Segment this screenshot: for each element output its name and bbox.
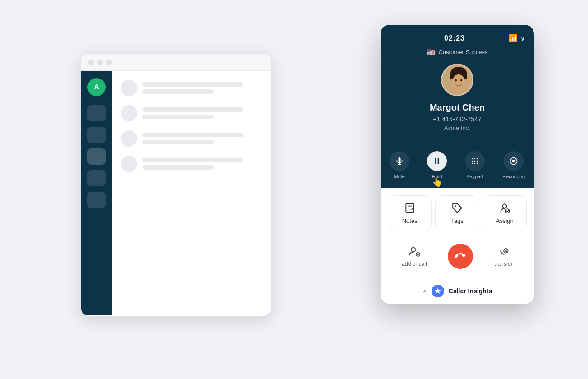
microphone-icon	[395, 157, 404, 166]
minimize-button[interactable]: ∨	[520, 35, 525, 42]
svg-point-13	[476, 158, 478, 160]
mute-label: Mute	[394, 174, 404, 179]
window-dot-yellow	[97, 60, 103, 65]
content-avatar-4	[121, 156, 137, 172]
content-line-2a	[142, 107, 243, 112]
content-line-4b	[142, 165, 214, 170]
svg-point-12	[474, 158, 475, 160]
timer-row: 02:23 📶 ∨	[390, 34, 525, 42]
caller-insights-label: Caller Insights	[449, 287, 492, 295]
content-row-2	[121, 105, 262, 121]
expand-icon: ∧	[423, 287, 427, 295]
recording-button[interactable]: Recording	[502, 151, 525, 179]
app-sidebar: A	[81, 71, 112, 315]
svg-point-21	[512, 160, 515, 163]
hold-icon-circle	[427, 151, 447, 171]
content-row-4	[121, 156, 262, 172]
recording-icon	[509, 157, 518, 166]
svg-point-11	[472, 158, 473, 160]
add-or-call-label: add or call	[402, 261, 427, 267]
app-content	[112, 71, 271, 315]
action-cards-row: Notes Tags Assign	[381, 188, 534, 238]
svg-point-16	[476, 161, 478, 162]
hangup-icon	[455, 250, 466, 262]
content-row-3	[121, 130, 262, 147]
sidebar-item-1[interactable]	[87, 105, 106, 121]
cursor-pointer-icon: 👆	[432, 176, 443, 187]
bottom-controls: add or call transfer	[381, 238, 534, 278]
keypad-button[interactable]: Keypad	[465, 151, 485, 179]
team-label: 🇺🇸 Customer Success	[390, 48, 525, 56]
transfer-icon	[497, 245, 510, 258]
mute-button[interactable]: Mute	[390, 151, 409, 179]
caller-insights-icon	[432, 285, 444, 297]
svg-point-15	[474, 161, 475, 162]
content-avatar-1	[121, 80, 137, 96]
caller-phone: +1 415-732-7547	[390, 116, 525, 123]
content-line-3a	[142, 133, 243, 137]
call-widget: 02:23 📶 ∨ 🇺🇸 Customer Success	[381, 25, 534, 304]
add-or-call-button[interactable]: add or call	[402, 245, 427, 267]
svg-rect-10	[438, 158, 439, 164]
svg-point-17	[472, 163, 473, 164]
content-line-1b	[142, 89, 214, 94]
call-header: 02:23 📶 ∨ 🇺🇸 Customer Success	[381, 25, 534, 144]
sidebar-item-2[interactable]	[87, 127, 106, 143]
transfer-label: transfer	[494, 261, 513, 267]
insights-star-icon	[434, 287, 441, 295]
caller-insights-bar[interactable]: ∧ Caller Insights	[381, 278, 534, 304]
transfer-button[interactable]: transfer	[494, 245, 513, 267]
svg-point-4	[455, 79, 457, 82]
svg-point-3	[452, 74, 465, 90]
svg-point-28	[411, 248, 415, 252]
team-name: Customer Success	[438, 49, 487, 55]
sidebar-item-5[interactable]	[87, 192, 106, 208]
sidebar-item-4[interactable]	[87, 170, 106, 186]
content-lines-1	[142, 82, 262, 94]
sidebar-item-3-active[interactable]	[87, 148, 106, 165]
hangup-button[interactable]	[448, 244, 473, 269]
svg-rect-9	[435, 158, 436, 164]
keypad-icon	[470, 157, 479, 166]
svg-rect-6	[398, 157, 400, 162]
window-titlebar	[81, 54, 271, 71]
add-or-call-icon	[408, 245, 421, 258]
content-row-1	[121, 80, 262, 96]
svg-point-19	[476, 163, 478, 164]
notes-icon	[404, 202, 416, 214]
window-dot-red	[88, 60, 94, 65]
tags-card[interactable]: Tags	[435, 195, 479, 231]
content-line-2b	[142, 115, 214, 119]
keypad-label: Keypad	[466, 174, 483, 179]
caller-name: Margot Chen	[390, 102, 525, 113]
sidebar-avatar: A	[87, 78, 106, 96]
caller-company: Acme Inc.	[390, 125, 525, 131]
pause-icon	[432, 157, 441, 166]
assign-card[interactable]: Assign	[483, 195, 527, 231]
hold-button[interactable]: Hold 👆	[427, 151, 447, 179]
window-body: A	[81, 71, 271, 315]
window-dot-green	[106, 60, 112, 65]
content-lines-3	[142, 133, 262, 144]
content-line-4a	[142, 158, 243, 162]
caller-avatar	[441, 64, 473, 96]
content-line-3b	[142, 140, 214, 144]
svg-point-26	[503, 204, 507, 208]
tags-label: Tags	[451, 217, 463, 224]
recording-icon-circle	[504, 151, 524, 171]
call-controls: Mute Hold 👆	[381, 144, 534, 188]
recording-label: Recording	[502, 174, 525, 179]
tags-icon	[451, 202, 463, 214]
svg-point-14	[472, 161, 473, 162]
call-timer: 02:23	[444, 34, 465, 42]
signal-icon: 📶	[509, 34, 518, 42]
content-lines-2	[142, 107, 262, 119]
background-app-window: A	[81, 54, 271, 316]
content-lines-4	[142, 158, 262, 170]
svg-point-25	[455, 205, 456, 207]
notes-card[interactable]: Notes	[388, 195, 432, 231]
svg-point-5	[460, 79, 462, 82]
mute-icon-circle	[390, 151, 409, 171]
flag-icon: 🇺🇸	[427, 48, 436, 56]
content-avatar-2	[121, 105, 137, 121]
